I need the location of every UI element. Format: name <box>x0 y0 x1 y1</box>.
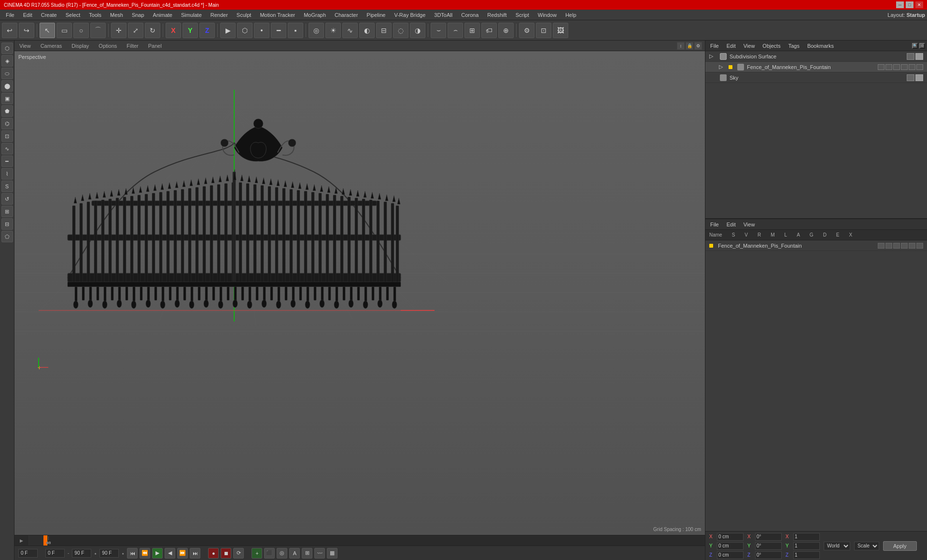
am-selected-item[interactable]: Fence_of_Manneken_Pis_Fountain <box>705 240 927 251</box>
frame-start-input[interactable] <box>45 549 65 558</box>
maximize-button[interactable]: □ <box>906 1 913 8</box>
sidebar-btn-12[interactable]: S <box>1 181 13 192</box>
rotate-tool[interactable]: ↻ <box>145 23 160 38</box>
om-menu-edit[interactable]: Edit <box>724 42 739 50</box>
sidebar-btn-9[interactable]: ∿ <box>1 143 13 154</box>
light-tool[interactable]: ☀ <box>325 23 341 38</box>
menu-tools[interactable]: Tools <box>85 11 105 19</box>
om-sky-render[interactable] <box>915 74 923 81</box>
tag-tool[interactable]: 🏷 <box>481 23 497 38</box>
menu-select[interactable]: Select <box>62 11 84 19</box>
rect-select-tool[interactable]: ▭ <box>56 23 72 38</box>
key-type-button[interactable]: ◎ <box>277 548 287 559</box>
menu-simulate[interactable]: Simulate <box>177 11 206 19</box>
picture-viewer[interactable]: 🖼 <box>553 23 568 38</box>
am-menu-edit[interactable]: Edit <box>724 221 739 228</box>
om-menu-tags[interactable]: Tags <box>786 42 802 50</box>
om-fence-misc[interactable] <box>909 64 915 70</box>
pos-z-input[interactable] <box>717 551 744 559</box>
sidebar-btn-3[interactable]: ⬭ <box>1 68 13 79</box>
om-menu-file[interactable]: File <box>707 42 722 50</box>
current-frame-input[interactable] <box>18 549 38 558</box>
edge-mode[interactable]: ━ <box>271 23 286 38</box>
menu-character[interactable]: Character <box>331 11 362 19</box>
sidebar-btn-16[interactable]: ⬠ <box>1 231 13 242</box>
sidebar-btn-10[interactable]: ━ <box>1 155 13 167</box>
menu-animate[interactable]: Animate <box>149 11 176 19</box>
timeline-button[interactable]: ▦ <box>327 548 337 559</box>
render-region[interactable]: ⊡ <box>536 23 551 38</box>
menu-motion-tracker[interactable]: Motion Tracker <box>256 11 299 19</box>
close-button[interactable]: ✕ <box>915 1 923 8</box>
viewport[interactable]: + Perspective Grid Spacing : 100 cm <box>14 51 705 535</box>
am-menu-view[interactable]: View <box>741 221 758 228</box>
sidebar-btn-5[interactable]: ▣ <box>1 93 13 104</box>
live-select-tool[interactable]: ↖ <box>40 23 55 38</box>
om-item-sky[interactable]: Sky <box>705 72 927 83</box>
sidebar-btn-2[interactable]: ◈ <box>1 55 13 67</box>
foreground-tool[interactable]: ◑ <box>410 23 425 38</box>
scale-x-input[interactable] <box>793 533 820 541</box>
om-sky-vis[interactable] <box>907 74 914 81</box>
menu-window[interactable]: Window <box>534 11 561 19</box>
nurbs-tool[interactable]: ⌢ <box>448 23 463 38</box>
menu-mesh[interactable]: Mesh <box>106 11 127 19</box>
sidebar-btn-11[interactable]: ⌇ <box>1 168 13 180</box>
om-filter-button[interactable]: ⚙ <box>919 43 925 49</box>
pos-y-input[interactable] <box>717 542 744 550</box>
menu-render[interactable]: Render <box>207 11 232 19</box>
axis-z-button[interactable]: Z <box>199 23 215 38</box>
menu-create[interactable]: Create <box>37 11 61 19</box>
floor-tool[interactable]: ⊟ <box>376 23 392 38</box>
frame-end-input[interactable] <box>72 549 91 558</box>
stop-button[interactable]: ⏹ <box>221 548 231 559</box>
om-search-button[interactable]: 🔍 <box>912 43 918 49</box>
om-fence-vis[interactable] <box>878 64 885 70</box>
prev-frame-button[interactable]: ⏪ <box>140 548 150 559</box>
scale-y-input[interactable] <box>793 542 820 550</box>
menu-pipeline[interactable]: Pipeline <box>363 11 389 19</box>
undo-button[interactable]: ↩ <box>2 23 17 38</box>
sidebar-btn-15[interactable]: ⊟ <box>1 218 13 230</box>
rot-y-input[interactable] <box>755 542 782 550</box>
render-settings[interactable]: ⚙ <box>519 23 534 38</box>
minimize-button[interactable]: ─ <box>896 1 904 8</box>
deformer-tool[interactable]: ∿ <box>342 23 358 38</box>
next-frame-button[interactable]: ⏩ <box>177 548 188 559</box>
play-back-button[interactable]: ◀ <box>165 548 175 559</box>
menu-mograph[interactable]: MoGraph <box>300 11 330 19</box>
coord-mode-dropdown[interactable]: World Object <box>824 542 850 550</box>
key-options-button[interactable]: ⊞ <box>302 548 312 559</box>
viewport-tab-filter[interactable]: Filter <box>125 42 140 50</box>
om-fence-motion[interactable] <box>901 64 908 70</box>
menu-snap[interactable]: Snap <box>128 11 148 19</box>
om-menu-view[interactable]: View <box>741 42 758 50</box>
coord-scale-dropdown[interactable]: Scale Size <box>854 542 879 550</box>
om-item-fence[interactable]: ▷ Fence_of_Manneken_Pis_Fountain <box>705 62 927 72</box>
sidebar-btn-6[interactable]: ⬟ <box>1 105 13 117</box>
key-remove-button[interactable]: ⬛ <box>264 548 275 559</box>
am-menu-file[interactable]: File <box>707 221 722 228</box>
menu-script[interactable]: Script <box>512 11 533 19</box>
am-icon-6[interactable] <box>916 243 923 249</box>
sky-tool[interactable]: ◌ <box>393 23 408 38</box>
om-item-subdivision-surface[interactable]: ▷ Subdivision Surface <box>705 51 927 62</box>
am-icon-4[interactable] <box>901 243 908 249</box>
menu-3dtoall[interactable]: 3DToAll <box>430 11 456 19</box>
play-forward-button[interactable]: ▶ <box>152 548 163 559</box>
lasso-select-tool[interactable]: ⌒ <box>90 23 106 38</box>
am-icon-5[interactable] <box>909 243 915 249</box>
om-vis-icon[interactable] <box>907 53 914 60</box>
timeline-ruler-content[interactable]: 051015202530354045505560657075808590 <box>43 535 705 546</box>
viewport-settings-button[interactable]: ⚙ <box>694 42 702 50</box>
menu-file[interactable]: File <box>2 11 18 19</box>
generator-tool[interactable]: ⊞ <box>464 23 480 38</box>
rot-z-input[interactable] <box>755 551 782 559</box>
om-menu-bookmarks[interactable]: Bookmarks <box>804 42 837 50</box>
sidebar-btn-8[interactable]: ⊡ <box>1 130 13 142</box>
spline-tool[interactable]: ⌣ <box>431 23 446 38</box>
viewport-tab-cameras[interactable]: Cameras <box>39 42 64 50</box>
goto-end-button[interactable]: ⏭ <box>190 548 200 559</box>
viewport-tab-options[interactable]: Options <box>97 42 119 50</box>
goto-start-button[interactable]: ⏮ <box>127 548 138 559</box>
